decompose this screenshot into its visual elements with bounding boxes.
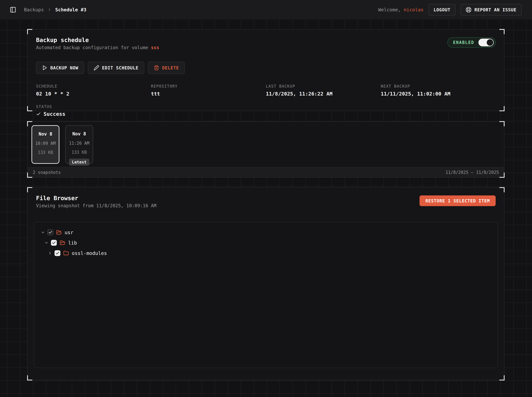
snapshot-date: Nov 8 [39, 131, 52, 137]
panel-left-icon [10, 6, 16, 13]
field-repository: REPOSITORY ttt [151, 84, 266, 97]
folder-open-icon [60, 240, 65, 246]
breadcrumb-current-page: Schedule #3 [55, 7, 86, 12]
corner-bracket [27, 121, 32, 126]
field-schedule: SCHEDULE 02 10 * * 2 [36, 84, 151, 97]
chevron-right-icon[interactable] [48, 251, 52, 255]
toggle-knob [486, 39, 494, 46]
file-tree: usr lib ossl-modules [34, 222, 498, 368]
snapshots-card: Nov 8 10:09 AM 133 KB Nov 8 11:26 AM 133… [27, 121, 504, 178]
snapshot-size: 133 KB [72, 150, 87, 155]
tree-row-ossl-modules[interactable]: ossl-modules [37, 248, 494, 258]
snapshots-footer: 2 snapshots 11/8/2025 – 11/8/2025 [28, 167, 504, 177]
field-status: STATUS Success [36, 105, 496, 117]
snapshot-strip: Nov 8 10:09 AM 133 KB Nov 8 11:26 AM 133… [28, 122, 504, 167]
snapshot-time: 11:26 AM [69, 141, 89, 146]
breadcrumb: Backups Schedule #3 [24, 7, 86, 12]
restore-selected-button[interactable]: RESTORE 1 SELECTED ITEM [419, 195, 496, 206]
corner-bracket [27, 106, 32, 111]
corner-bracket [499, 173, 505, 178]
report-issue-icon [466, 7, 471, 13]
breadcrumb-backups[interactable]: Backups [24, 7, 44, 12]
enabled-label: ENABLED [453, 40, 474, 45]
volume-name: sss [151, 45, 159, 50]
folder-open-icon [56, 230, 62, 235]
edit-schedule-button[interactable]: EDIT SCHEDULE [88, 62, 144, 74]
welcome-text: Welcome, nicolas [378, 7, 424, 12]
backup-schedule-card: Backup schedule Automated backup configu… [27, 29, 504, 111]
logout-button[interactable]: LOGOUT [428, 4, 456, 16]
backup-now-button[interactable]: BACKUP NOW [36, 62, 84, 74]
tree-row-lib[interactable]: lib [37, 238, 494, 248]
chevron-right-icon [47, 8, 52, 12]
corner-bracket [27, 29, 32, 34]
field-value: ttt [151, 91, 266, 97]
corner-bracket [27, 187, 32, 192]
snapshot-date: Nov 8 [72, 131, 86, 136]
enabled-toggle-switch[interactable] [478, 39, 493, 46]
status-value: Success [36, 111, 496, 117]
snapshot-card-latest[interactable]: Nov 8 11:26 AM 133 KB Latest [65, 125, 93, 164]
topbar: Backups Schedule #3 Welcome, nicolas LOG… [0, 0, 532, 19]
snapshot-date-range: 11/8/2025 – 11/8/2025 [445, 170, 499, 175]
play-icon [42, 65, 47, 71]
field-value: 02 10 * * 2 [36, 91, 151, 97]
field-next-backup: NEXT BACKUP 11/11/2025, 11:02:00 AM [381, 84, 496, 97]
corner-bracket [499, 106, 505, 111]
checkbox-lib[interactable] [51, 240, 57, 246]
corner-bracket [499, 187, 505, 192]
report-issue-button[interactable]: REPORT AN ISSUE [460, 4, 522, 16]
field-label: SCHEDULE [36, 84, 151, 88]
sidebar-toggle-button[interactable] [9, 6, 17, 14]
chevron-down-icon[interactable] [44, 241, 49, 245]
chevron-down-icon[interactable] [41, 230, 45, 235]
trash-icon [154, 65, 159, 71]
snapshot-size: 133 KB [38, 150, 53, 155]
tree-label: lib [68, 240, 77, 246]
corner-bracket [499, 375, 505, 380]
checkbox-usr[interactable] [47, 230, 53, 235]
check-icon [36, 112, 41, 117]
snapshot-card-selected[interactable]: Nov 8 10:09 AM 133 KB [32, 125, 59, 164]
field-last-backup: LAST BACKUP 11/8/2025, 11:26:22 AM [266, 84, 381, 97]
field-value: 11/11/2025, 11:02:00 AM [381, 91, 496, 97]
delete-button[interactable]: DELETE [148, 62, 185, 74]
latest-badge: Latest [69, 159, 89, 166]
tree-label: usr [65, 230, 73, 235]
pencil-icon [94, 65, 99, 71]
corner-bracket [499, 121, 505, 126]
field-label: REPOSITORY [151, 84, 266, 88]
corner-bracket [27, 173, 32, 178]
checkbox-ossl-modules[interactable] [55, 250, 60, 256]
field-value: 11/8/2025, 11:26:22 AM [266, 91, 381, 97]
snapshot-count: 2 snapshots [33, 170, 61, 175]
corner-bracket [27, 375, 32, 380]
schedule-fields: SCHEDULE 02 10 * * 2 REPOSITORY ttt LAST… [36, 84, 496, 97]
snapshot-time: 10:09 AM [35, 141, 56, 146]
field-label: LAST BACKUP [266, 84, 381, 88]
username: nicolas [404, 7, 424, 12]
schedule-card-title: Backup schedule [36, 37, 496, 43]
tree-row-usr[interactable]: usr [37, 227, 494, 238]
field-label: NEXT BACKUP [381, 84, 496, 88]
folder-closed-icon [63, 250, 69, 256]
status-label: STATUS [36, 105, 496, 109]
tree-label: ossl-modules [72, 250, 107, 256]
corner-bracket [499, 29, 505, 34]
schedule-card-subtitle: Automated backup configuration for volum… [36, 45, 496, 50]
enabled-toggle-pill[interactable]: ENABLED [447, 37, 496, 48]
file-browser-card: File Browser Viewing snapshot from 11/8/… [27, 187, 504, 380]
